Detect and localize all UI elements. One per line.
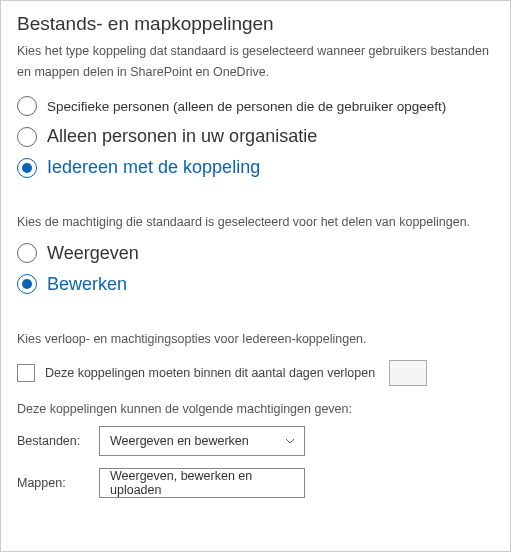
- expiry-description: Kies verloop- en machtigingsopties voor …: [17, 329, 494, 350]
- files-permission-row: Bestanden: Weergeven en bewerken: [17, 426, 494, 456]
- link-type-description: Kies het type koppeling dat standaard is…: [17, 41, 494, 82]
- files-label: Bestanden:: [17, 434, 99, 448]
- expiry-checkbox-row: Deze koppelingen moeten binnen dit aanta…: [17, 360, 494, 386]
- radio-label: Alleen personen in uw organisatie: [47, 126, 317, 147]
- radio-label: Weergeven: [47, 243, 139, 264]
- radio-specific-people[interactable]: Specifieke personen (alleen de personen …: [17, 96, 494, 116]
- radio-edit[interactable]: Bewerken: [17, 274, 494, 295]
- expiry-days-input[interactable]: [389, 360, 427, 386]
- files-permission-dropdown[interactable]: Weergeven en bewerken: [99, 426, 305, 456]
- folders-dropdown-value: Weergeven, bewerken en uploaden: [110, 469, 284, 497]
- expiry-checkbox-label[interactable]: Deze koppelingen moeten binnen dit aanta…: [45, 366, 375, 380]
- radio-icon: [17, 274, 37, 294]
- folders-permission-row: Mappen: Weergeven, bewerken en uploaden: [17, 468, 494, 498]
- radio-view[interactable]: Weergeven: [17, 243, 494, 264]
- radio-icon: [17, 96, 37, 116]
- folders-permission-dropdown[interactable]: Weergeven, bewerken en uploaden: [99, 468, 305, 498]
- radio-icon: [17, 243, 37, 263]
- folders-label: Mappen:: [17, 476, 99, 490]
- grants-description: Deze koppelingen kunnen de volgende mach…: [17, 402, 494, 416]
- radio-icon: [17, 158, 37, 178]
- radio-anyone-with-link[interactable]: Iedereen met de koppeling: [17, 157, 494, 178]
- radio-label: Iedereen met de koppeling: [47, 157, 260, 178]
- expiry-checkbox[interactable]: [17, 364, 35, 382]
- file-folder-links-panel: Bestands- en mapkoppelingen Kies het typ…: [0, 0, 511, 552]
- radio-label: Specifieke personen (alleen de personen …: [47, 99, 446, 114]
- permission-description: Kies de machtiging die standaard is gese…: [17, 212, 494, 233]
- radio-label: Bewerken: [47, 274, 127, 295]
- permission-radio-group: Weergeven Bewerken: [17, 243, 494, 295]
- chevron-down-icon: [284, 435, 296, 447]
- panel-title: Bestands- en mapkoppelingen: [17, 13, 494, 35]
- files-dropdown-value: Weergeven en bewerken: [110, 434, 249, 448]
- radio-org-only[interactable]: Alleen personen in uw organisatie: [17, 126, 494, 147]
- link-type-radio-group: Specifieke personen (alleen de personen …: [17, 96, 494, 178]
- radio-icon: [17, 127, 37, 147]
